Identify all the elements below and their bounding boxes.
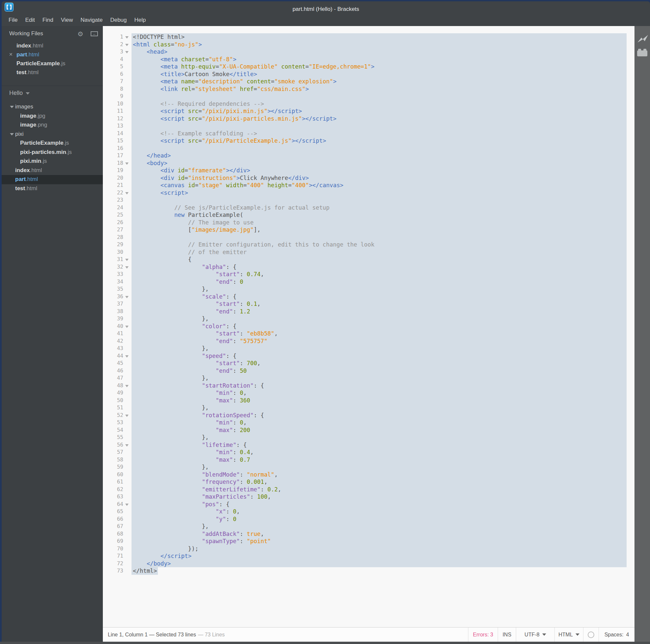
project-dropdown[interactable]: Hello (9, 90, 30, 97)
code-line: <meta http-equiv="X-UA-Compatible" conte… (133, 63, 374, 71)
chevron-down-icon (576, 634, 579, 636)
live-preview-circle-icon (588, 632, 594, 638)
fold-arrow-icon[interactable] (125, 192, 129, 194)
line-number: 25 (103, 211, 123, 219)
working-file-part.html[interactable]: ✕part.html (2, 50, 103, 59)
chevron-down-icon[interactable] (10, 133, 14, 136)
line-number: 64 (103, 501, 123, 508)
line-number: 39 (103, 315, 123, 323)
tree-file-pixi-particles.min.js[interactable]: pixi-particles.min.js (2, 148, 103, 157)
extension-manager-brick-icon[interactable] (637, 48, 648, 57)
fold-arrow-icon[interactable] (125, 36, 129, 39)
line-number: 58 (103, 456, 123, 464)
line-number: 12 (103, 115, 123, 122)
code-line: "max": 200 (133, 427, 250, 434)
status-cells: Errors: 3INSUTF-8HTMLSpaces:4 (468, 628, 635, 642)
menu-debug[interactable]: Debug (110, 16, 127, 24)
code-line: "emitterLifetime": 0.2, (133, 486, 281, 493)
tree-folder-pixi[interactable]: pixi (2, 130, 103, 139)
fold-arrow-icon[interactable] (125, 355, 129, 358)
line-number: 7 (103, 78, 123, 85)
split-view-icon[interactable]: ↔ (91, 31, 98, 36)
line-number: 52 (103, 412, 123, 419)
file-label: pixi.min.js (20, 158, 47, 165)
code-line: <meta name="description" content="smoke … (133, 78, 336, 85)
working-file-test.html[interactable]: test.html (2, 68, 103, 77)
tree-file-index.html[interactable]: index.html (2, 166, 103, 175)
menu-navigate[interactable]: Navigate (80, 16, 103, 24)
line-number: 13 (103, 122, 123, 130)
fold-arrow-icon[interactable] (125, 44, 129, 46)
close-file-icon[interactable]: ✕ (9, 52, 13, 57)
tree-file-test.html[interactable]: test.html (2, 184, 103, 193)
line-number: 49 (103, 389, 123, 397)
file-label: image.png (20, 121, 47, 128)
tree-file-image.png[interactable]: image.png (2, 121, 103, 130)
status-label: INS (503, 632, 512, 638)
menu-edit[interactable]: Edit (25, 16, 35, 24)
line-number: 16 (103, 145, 123, 152)
working-file-index.html[interactable]: index.html (2, 41, 103, 50)
status-encoding[interactable]: UTF-8 (516, 628, 554, 642)
fold-arrow-icon[interactable] (125, 163, 129, 165)
menu-view[interactable]: View (61, 16, 73, 24)
tree-file-image.jpg[interactable]: image.jpg (2, 112, 103, 121)
code-line: { (133, 256, 191, 263)
menu-help[interactable]: Help (134, 16, 146, 24)
tree-file-part.html[interactable]: part.html (2, 175, 103, 184)
working-file-ParticleExample.js[interactable]: ParticleExample.js (2, 59, 103, 68)
line-number: 28 (103, 234, 123, 241)
code-line: "min": 0, (133, 419, 247, 427)
code-line: "start": "eb8b58", (133, 330, 278, 337)
code-line: <div id="instructions">Click Anywhere</d… (133, 174, 309, 182)
file-label: part.html (15, 176, 38, 183)
line-number: 21 (103, 182, 123, 189)
fold-arrow-icon[interactable] (125, 415, 129, 417)
code-line: "maxParticles": 100, (133, 493, 271, 501)
line-number: 62 (103, 486, 123, 493)
status-live-preview-status[interactable] (583, 628, 599, 642)
tree-folder-images[interactable]: images (2, 103, 103, 112)
code-line: "start": 700, (133, 360, 260, 367)
fold-arrow-icon[interactable] (125, 296, 129, 298)
menu-find[interactable]: Find (42, 16, 54, 24)
menu-file[interactable]: File (8, 16, 18, 24)
line-number: 22 (103, 189, 123, 197)
file-label: ParticleExample.js (16, 60, 65, 67)
code-line: // The image to use (133, 219, 253, 226)
live-preview-lightning-icon[interactable] (637, 35, 648, 43)
fold-arrow-icon[interactable] (125, 444, 129, 446)
folder-label: pixi (15, 131, 24, 137)
line-number: 6 (103, 71, 123, 78)
tree-file-pixi.min.js[interactable]: pixi.min.js (2, 157, 103, 166)
line-number: 10 (103, 100, 123, 108)
status-spaces[interactable]: Spaces:4 (599, 628, 635, 642)
title-bar: part.html (Hello) - Brackets FileEditFin… (2, 1, 650, 26)
chevron-down-icon[interactable] (10, 106, 14, 108)
line-number: 14 (103, 130, 123, 137)
status-language[interactable]: HTML (554, 628, 583, 642)
code-line: <script src="/pixi/pixi-particles.min.js… (133, 115, 336, 122)
code-editor[interactable]: 1234567891011121314151617181920212223242… (103, 26, 635, 627)
code-line: }, (133, 523, 209, 530)
status-insert-mode[interactable]: INS (498, 628, 516, 642)
code-line: "min": 0.4, (133, 449, 254, 456)
file-label: ParticleExample.js (20, 140, 69, 146)
gear-icon[interactable]: ⚙ (77, 30, 83, 38)
fold-arrow-icon[interactable] (125, 504, 129, 506)
code-line: ["images/image.jpg"], (133, 226, 260, 234)
line-number: 65 (103, 508, 123, 515)
line-number: 29 (103, 241, 123, 249)
code-line: "end": 1.2 (133, 308, 250, 315)
fold-arrow-icon[interactable] (125, 326, 129, 328)
code-line: "min": 0, (133, 389, 247, 397)
code-line: <head> (133, 48, 168, 56)
code-line: "scale": { (133, 293, 236, 300)
fold-arrow-icon[interactable] (125, 259, 129, 261)
fold-arrow-icon[interactable] (125, 51, 129, 53)
tree-file-ParticleExample.js[interactable]: ParticleExample.js (2, 139, 103, 148)
line-number: 9 (103, 93, 123, 100)
fold-arrow-icon[interactable] (125, 385, 129, 387)
fold-arrow-icon[interactable] (125, 266, 129, 269)
status-errors[interactable]: Errors: 3 (468, 628, 498, 642)
